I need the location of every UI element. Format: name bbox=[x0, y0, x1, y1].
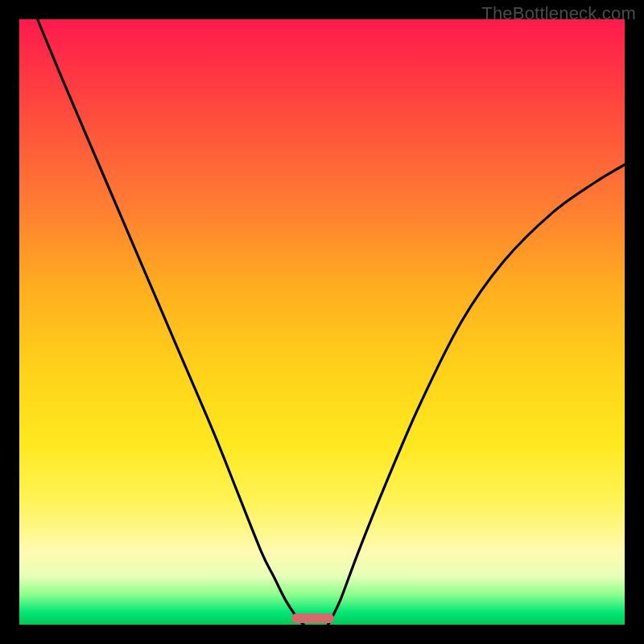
optimal-range-marker bbox=[291, 613, 334, 623]
curve-left bbox=[38, 19, 304, 625]
chart-plot-area bbox=[19, 19, 625, 625]
curve-right bbox=[328, 165, 625, 625]
bottleneck-curves bbox=[19, 19, 625, 625]
